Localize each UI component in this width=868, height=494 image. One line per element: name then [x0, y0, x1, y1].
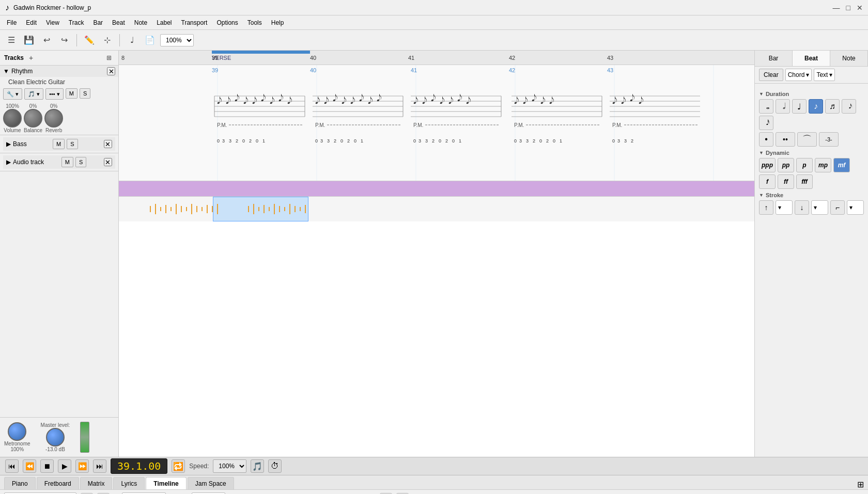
text-button[interactable]: 📄: [143, 33, 157, 47]
audio-close-button[interactable]: ✕: [104, 158, 112, 166]
rhythm-more-select[interactable]: ••• ▾: [45, 88, 64, 100]
rhythm-section-header[interactable]: ▼ Rhythm ✕: [0, 66, 118, 77]
dur-half[interactable]: 𝅗𝅥: [776, 99, 790, 114]
pencil-tool-button[interactable]: ✏️: [82, 33, 97, 47]
dyn-mf[interactable]: mf: [833, 158, 850, 172]
rewind-button[interactable]: ⏪: [23, 459, 36, 473]
menu-label[interactable]: Label: [152, 18, 176, 28]
maximize-button[interactable]: □: [846, 4, 850, 12]
tab-lyrics[interactable]: Lyrics: [113, 477, 145, 489]
close-button[interactable]: ✕: [857, 4, 863, 12]
stroke-down-button[interactable]: ↓: [795, 200, 809, 215]
zoom-value-select[interactable]: 30% 10% 20% 50% 100%: [192, 492, 225, 495]
dyn-pp[interactable]: pp: [778, 158, 794, 172]
timer-button[interactable]: ⏱: [268, 459, 282, 473]
tab-note[interactable]: Note: [830, 51, 868, 66]
svg-text:2: 2: [445, 138, 448, 144]
rhythm-edit-select[interactable]: 🎵 ▾: [24, 88, 43, 100]
rhythm-mute-button[interactable]: M: [66, 88, 78, 99]
menu-tools[interactable]: Tools: [243, 18, 266, 28]
selection-tool-button[interactable]: ⊹: [100, 33, 114, 47]
clear-button[interactable]: Clear: [759, 69, 783, 81]
speed-select[interactable]: 100% 50% 75% 125% 150%: [213, 459, 246, 473]
dur-sixteenth[interactable]: ♬: [825, 99, 840, 114]
bass-close-button[interactable]: ✕: [104, 140, 112, 148]
save-button[interactable]: 💾: [22, 33, 36, 47]
menu-help[interactable]: Help: [267, 18, 288, 28]
menu-options[interactable]: Options: [212, 18, 242, 28]
dur-32nd[interactable]: 𝅘𝅥𝅯: [842, 99, 856, 114]
play-button[interactable]: ▶: [58, 459, 71, 473]
menu-beat[interactable]: Beat: [108, 18, 129, 28]
timeline-track-select[interactable]: Audio track Rhythm Bass: [4, 492, 76, 495]
tab-timeline[interactable]: Timeline: [146, 477, 186, 489]
dyn-fff[interactable]: fff: [796, 174, 813, 189]
rewind-start-button[interactable]: ⏮: [5, 459, 19, 473]
dur-dot[interactable]: •: [759, 132, 773, 147]
metronome-knob[interactable]: [8, 422, 26, 441]
reverb-knob[interactable]: [44, 109, 63, 128]
text-dropdown[interactable]: Text ▾: [814, 69, 835, 81]
minimize-button[interactable]: —: [833, 4, 840, 12]
volume-knob[interactable]: [3, 109, 22, 128]
rhythm-solo-button[interactable]: S: [80, 88, 90, 99]
bottom-panel-maximize-button[interactable]: ⊞: [857, 480, 864, 489]
dyn-p[interactable]: p: [796, 158, 813, 172]
audio-expand-icon: ▶: [6, 158, 11, 166]
bass-solo-button[interactable]: S: [67, 139, 78, 149]
menu-track[interactable]: Track: [65, 18, 88, 28]
dur-quarter[interactable]: ♩: [792, 99, 807, 114]
bass-section-header[interactable]: ▶ Bass M S ✕: [3, 137, 115, 151]
loop-button[interactable]: 🔁: [172, 459, 185, 473]
chord-dropdown[interactable]: Chord ▾: [785, 69, 812, 81]
tab-matrix[interactable]: Matrix: [80, 477, 113, 489]
note-button[interactable]: ♩: [125, 33, 140, 47]
dur-triplet[interactable]: -3-: [819, 132, 839, 147]
tab-beat[interactable]: Beat: [793, 51, 830, 66]
stroke-up-dropdown[interactable]: ▾: [776, 200, 793, 215]
balance-knob[interactable]: [24, 109, 42, 128]
menu-view[interactable]: View: [42, 18, 64, 28]
note-value-select[interactable]: Eighth Whole Half Quarter Sixteenth: [122, 492, 166, 495]
dyn-ff[interactable]: ff: [778, 174, 794, 189]
bass-mute-button[interactable]: M: [53, 139, 65, 149]
metronome-button[interactable]: 🎵: [251, 459, 264, 473]
svg-text:𝅘𝅥𝅮: 𝅘𝅥𝅮: [523, 97, 528, 104]
menu-toggle-button[interactable]: ☰: [4, 33, 19, 47]
stroke-bracket-dropdown[interactable]: ▾: [847, 200, 864, 215]
menu-file[interactable]: File: [3, 18, 21, 28]
menu-bar[interactable]: Bar: [89, 18, 107, 28]
rhythm-tool-select[interactable]: 🔧 ▾: [3, 88, 22, 100]
menu-edit[interactable]: Edit: [22, 18, 41, 28]
audio-section-header[interactable]: ▶ Audio track M S ✕: [3, 155, 115, 169]
rhythm-close-button[interactable]: ✕: [107, 67, 115, 75]
dur-double-dot[interactable]: ••: [776, 132, 795, 147]
dyn-ppp[interactable]: ppp: [759, 158, 776, 172]
dur-eighth[interactable]: ♪: [809, 99, 823, 114]
fast-forward-end-button[interactable]: ⏭: [93, 459, 106, 473]
stroke-bracket-button[interactable]: ⌐: [830, 200, 845, 215]
undo-button[interactable]: ↩: [39, 33, 54, 47]
zoom-select[interactable]: 100% 50% 75% 150% 200%: [160, 34, 194, 46]
stroke-up-button[interactable]: ↑: [759, 200, 773, 215]
menu-transport[interactable]: Transport: [177, 18, 212, 28]
fast-forward-button[interactable]: ⏩: [75, 459, 89, 473]
dyn-mp[interactable]: mp: [815, 158, 831, 172]
tab-piano[interactable]: Piano: [4, 477, 36, 489]
tab-fretboard[interactable]: Fretboard: [37, 477, 79, 489]
tracks-view-button[interactable]: ⊞: [104, 53, 114, 63]
stop-button[interactable]: ⏹: [40, 459, 54, 473]
dur-whole[interactable]: 𝅝: [759, 99, 773, 114]
tab-jam-space[interactable]: Jam Space: [188, 477, 234, 489]
redo-button[interactable]: ↪: [57, 33, 71, 47]
add-track-button[interactable]: +: [26, 53, 36, 63]
tab-bar[interactable]: Bar: [755, 51, 793, 66]
dyn-f[interactable]: f: [759, 174, 776, 189]
audio-mute-button[interactable]: M: [61, 157, 73, 167]
audio-solo-button[interactable]: S: [75, 157, 86, 167]
dur-tie[interactable]: ⌒: [797, 132, 817, 147]
master-level-knob[interactable]: [46, 428, 65, 447]
menu-note[interactable]: Note: [130, 18, 151, 28]
dur-64th[interactable]: 𝅘𝅥𝅰: [759, 116, 773, 130]
stroke-down-dropdown[interactable]: ▾: [811, 200, 828, 215]
